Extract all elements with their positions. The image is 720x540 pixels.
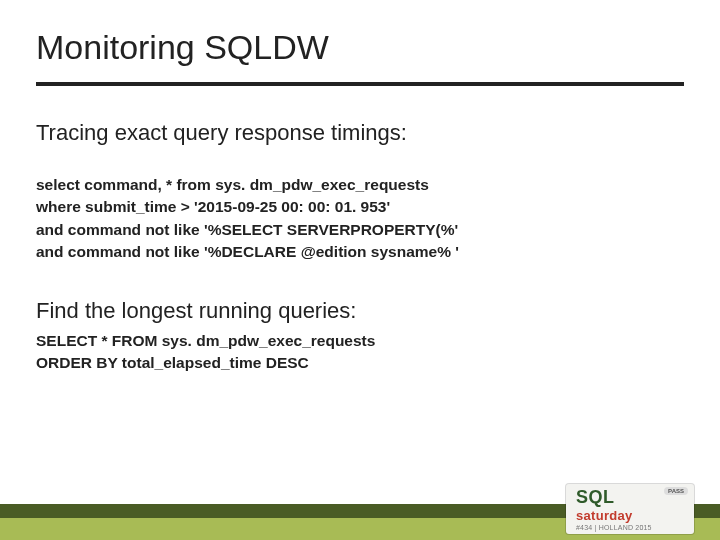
slide-body: Tracing exact query response timings: se… <box>36 120 684 375</box>
logo-tagline: #434 | HOLLAND 2015 <box>576 524 694 531</box>
footer: SQL PASS saturday #434 | HOLLAND 2015 <box>0 482 720 540</box>
slide: Monitoring SQLDW Tracing exact query res… <box>0 0 720 540</box>
slide-title: Monitoring SQLDW <box>36 28 329 67</box>
sqlsaturday-logo: SQL PASS saturday #434 | HOLLAND 2015 <box>566 484 694 534</box>
logo-pass-badge: PASS <box>664 487 688 495</box>
code-block-2: SELECT * FROM sys. dm_pdw_exec_requests … <box>36 330 684 375</box>
subtitle-2: Find the longest running queries: <box>36 298 684 324</box>
title-rule <box>36 82 684 86</box>
code-block-1: select command, * from sys. dm_pdw_exec_… <box>36 174 684 264</box>
logo-saturday-text: saturday <box>576 508 694 523</box>
logo-sql-text: SQL <box>576 487 615 508</box>
subtitle-1: Tracing exact query response timings: <box>36 120 684 146</box>
